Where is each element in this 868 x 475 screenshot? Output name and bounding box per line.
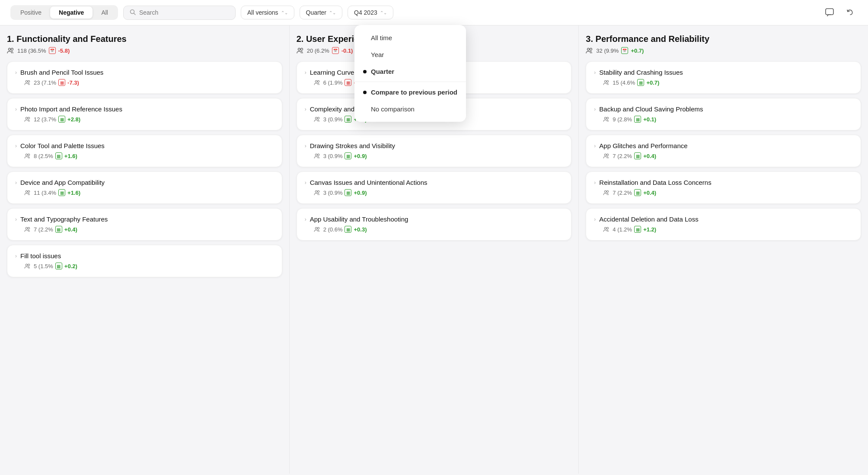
- cal-icon: ▦: [637, 79, 644, 86]
- card-title: › Drawing Strokes and Visibility: [305, 142, 564, 149]
- people-icon: [313, 79, 321, 86]
- cal-icon: ▦: [345, 79, 351, 86]
- card-title: › Brush and Pencil Tool Issues: [15, 69, 274, 76]
- card[interactable]: › Stability and Crashing Issues 15 (4.6%…: [586, 61, 861, 94]
- svg-point-33: [605, 117, 606, 119]
- card[interactable]: › Color Tool and Palette Issues 8 (2.5% …: [7, 135, 282, 167]
- people-icon: [297, 47, 304, 54]
- chevron-right-icon: ›: [15, 106, 17, 112]
- svg-point-36: [607, 154, 609, 155]
- period-chevron-icon: ⌃⌄: [329, 10, 336, 15]
- chevron-right-icon: ›: [594, 180, 596, 186]
- card[interactable]: › App Usability and Troubleshooting 2 (0…: [297, 208, 572, 241]
- chevron-right-icon: ›: [594, 216, 596, 222]
- svg-point-22: [317, 117, 319, 119]
- chevron-right-icon: ›: [15, 143, 17, 149]
- svg-point-8: [28, 117, 29, 119]
- card[interactable]: › Backup and Cloud Saving Problems 9 (2.…: [586, 98, 861, 130]
- card[interactable]: › Accidental Deletion and Data Loss 4 (1…: [586, 208, 861, 241]
- svg-point-35: [605, 154, 606, 155]
- cal-icon: ▦: [345, 116, 351, 123]
- card[interactable]: › App Glitches and Performance 7 (2.2% ▦…: [586, 135, 861, 167]
- card[interactable]: › Text and Typography Features 7 (2.2% ▦…: [7, 208, 282, 241]
- svg-point-30: [590, 48, 592, 51]
- svg-point-10: [28, 154, 29, 155]
- card[interactable]: › Device and App Compatibility 11 (3.4% …: [7, 171, 282, 204]
- card[interactable]: › Fill tool issues 5 (1.5% ▦ +0.2): [7, 245, 282, 277]
- quarter-selected-bullet: [363, 70, 367, 73]
- search-input[interactable]: [139, 9, 229, 16]
- svg-point-4: [11, 48, 13, 51]
- quarter-dropdown[interactable]: Q4 2023 ⌃⌄: [348, 6, 393, 19]
- card-meta: 3 (0.9% ▦ +0.9): [305, 189, 564, 196]
- card-title: › Color Tool and Palette Issues: [15, 142, 274, 149]
- dropdown-item-nocomparison[interactable]: No comparison: [354, 101, 466, 117]
- svg-point-37: [605, 190, 606, 192]
- card-title: › Stability and Crashing Issues: [594, 69, 853, 76]
- svg-point-29: [587, 48, 590, 51]
- svg-point-20: [317, 80, 319, 82]
- svg-point-23: [315, 154, 317, 155]
- svg-point-3: [9, 48, 11, 51]
- card-meta: 7 (2.2% ▦ +0.4): [15, 225, 274, 233]
- chat-button[interactable]: [822, 5, 837, 20]
- svg-point-38: [607, 190, 609, 192]
- chevron-right-icon: ›: [594, 106, 596, 112]
- card-meta: 8 (2.5% ▦ +1.6): [15, 152, 274, 160]
- period-dropdown[interactable]: Quarter ⌃⌄: [300, 6, 342, 19]
- svg-point-15: [26, 264, 27, 266]
- svg-point-39: [605, 227, 606, 229]
- people-icon: [313, 115, 321, 123]
- card-title: › Reinstallation and Data Loss Concerns: [594, 179, 853, 186]
- chevron-right-icon: ›: [305, 106, 306, 112]
- tab-all[interactable]: All: [93, 6, 117, 19]
- card-meta: 2 (0.6% ▦ +0.3): [305, 225, 564, 233]
- dropdown-item-quarter[interactable]: Quarter: [354, 63, 466, 80]
- people-icon: [24, 189, 32, 196]
- undo-button[interactable]: [843, 5, 858, 20]
- dropdown-item-year[interactable]: Year: [354, 46, 466, 63]
- tab-group: Positive Negative All: [10, 5, 118, 20]
- cal-icon: ▦: [634, 116, 641, 123]
- people-icon: [24, 79, 32, 86]
- card[interactable]: › Brush and Pencil Tool Issues 23 (7.1% …: [7, 61, 282, 94]
- people-icon: [313, 189, 321, 196]
- svg-point-14: [28, 227, 29, 229]
- card[interactable]: › Reinstallation and Data Loss Concerns …: [586, 171, 861, 204]
- cal-icon: 📅: [621, 47, 628, 54]
- topbar: Positive Negative All All versions ⌃⌄ Qu…: [0, 0, 868, 25]
- card-title: › App Usability and Troubleshooting: [305, 215, 564, 223]
- card-meta: 5 (1.5% ▦ +0.2): [15, 262, 274, 270]
- dropdown-item-compare[interactable]: Compare to previous period: [354, 84, 466, 101]
- svg-point-19: [315, 80, 317, 82]
- versions-chevron-icon: ⌃⌄: [281, 10, 288, 15]
- card[interactable]: › Canvas Issues and Unintentional Action…: [297, 171, 572, 204]
- people-icon: [603, 79, 610, 86]
- versions-dropdown[interactable]: All versions ⌃⌄: [241, 6, 294, 19]
- people-icon: [603, 225, 610, 233]
- svg-point-21: [315, 117, 317, 119]
- chevron-right-icon: ›: [15, 180, 17, 186]
- card[interactable]: › Photo Import and Reference Issues 12 (…: [7, 98, 282, 130]
- card-title: › Text and Typography Features: [15, 215, 274, 223]
- card[interactable]: › Drawing Strokes and Visibility 3 (0.9%…: [297, 135, 572, 167]
- card-meta: 23 (7.1% ▦ -7.3): [15, 79, 274, 86]
- dropdown-item-alltime[interactable]: All time: [354, 29, 466, 46]
- people-icon: [603, 152, 610, 160]
- svg-point-11: [26, 190, 27, 192]
- cal-icon: ▦: [58, 189, 65, 196]
- chevron-right-icon: ›: [305, 70, 306, 76]
- card-meta: 4 (1.2% ▦ +1.2): [594, 225, 853, 233]
- svg-point-28: [317, 227, 319, 229]
- search-box: [123, 6, 236, 20]
- svg-point-31: [605, 80, 606, 82]
- svg-point-16: [28, 264, 29, 266]
- chevron-right-icon: ›: [305, 143, 306, 149]
- svg-rect-2: [826, 9, 833, 15]
- svg-point-7: [26, 117, 27, 119]
- svg-point-27: [315, 227, 317, 229]
- dropdown-divider: [354, 82, 466, 82]
- people-icon: [24, 115, 32, 123]
- tab-negative[interactable]: Negative: [50, 6, 93, 19]
- tab-positive[interactable]: Positive: [12, 6, 50, 19]
